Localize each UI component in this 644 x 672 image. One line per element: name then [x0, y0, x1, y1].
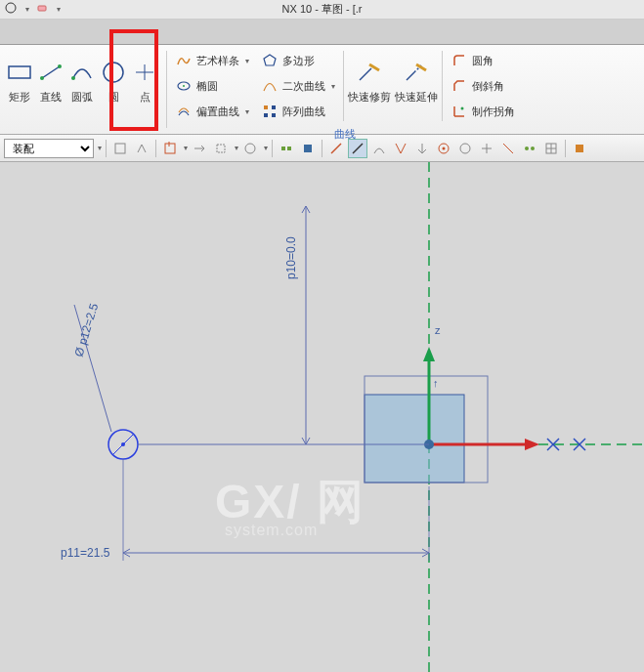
sketch-svg: z ↑ p10=0.0 Ø p12=2.5 — [0, 162, 644, 672]
polygon-icon — [261, 52, 279, 69]
watermark-sub: system.com — [225, 522, 318, 539]
quick-trim-tool[interactable]: 快速修剪 — [346, 55, 393, 127]
eraser-icon[interactable] — [35, 1, 49, 18]
dim-p10: p10=0.0 — [284, 236, 298, 279]
ribbon-group-label: 曲线 — [169, 127, 521, 142]
svg-point-4 — [40, 76, 44, 80]
svg-point-6 — [71, 76, 75, 80]
svg-text:↑: ↑ — [433, 377, 439, 389]
dropdown-arrow-icon[interactable]: ▾ — [57, 5, 61, 14]
svg-rect-30 — [304, 145, 312, 152]
svg-rect-16 — [272, 113, 276, 117]
tb-btn-18[interactable] — [541, 139, 561, 158]
arc-tool[interactable]: 圆弧 — [66, 55, 98, 105]
fillet-icon — [451, 52, 468, 69]
svg-rect-15 — [264, 113, 268, 117]
dropdown-arrow-icon: ▾ — [98, 144, 102, 152]
svg-line-3 — [42, 66, 60, 78]
sketch-canvas[interactable]: GX/ 网 system.com z ↑ p10=0.0 — [0, 162, 644, 672]
offset-icon — [175, 103, 193, 120]
svg-line-38 — [503, 144, 513, 153]
svg-rect-1 — [38, 6, 46, 11]
corner-icon — [451, 103, 468, 120]
separator — [442, 51, 443, 121]
spline-tool[interactable]: 艺术样条 ▾ — [175, 49, 249, 72]
line-icon — [37, 59, 64, 86]
svg-point-0 — [6, 3, 16, 13]
svg-rect-14 — [272, 105, 276, 109]
dim-p11: p11=21.5 — [61, 546, 110, 560]
svg-rect-24 — [165, 144, 175, 153]
fillet-tool[interactable]: 圆角 — [451, 49, 515, 72]
dropdown-arrow-icon[interactable]: ▾ — [264, 144, 268, 152]
small-tools-mid: 多边形 二次曲线 ▾ 阵列曲线 — [255, 45, 341, 127]
svg-point-35 — [460, 144, 470, 153]
window-title: NX 10 - 草图 - [.r — [282, 2, 363, 17]
svg-point-40 — [531, 147, 535, 150]
svg-marker-45 — [525, 439, 539, 450]
svg-rect-13 — [264, 105, 268, 109]
dropdown-arrow-icon[interactable]: ▾ — [25, 5, 29, 14]
make-corner-tool[interactable]: 制作拐角 — [451, 100, 515, 123]
pattern-curve-tool[interactable]: 阵列曲线 — [261, 100, 335, 123]
small-tools-corner: 圆角 倒斜角 制作拐角 — [445, 45, 521, 127]
conic-icon — [261, 77, 279, 95]
svg-rect-23 — [115, 144, 125, 153]
dropdown-arrow-icon: ▾ — [331, 82, 335, 91]
svg-text:z: z — [435, 324, 441, 336]
svg-rect-2 — [9, 66, 30, 78]
highlight-rect — [109, 29, 158, 131]
svg-rect-44 — [576, 145, 583, 152]
trim-icon — [356, 59, 383, 86]
svg-marker-12 — [264, 55, 276, 65]
tb-btn-19[interactable] — [570, 139, 589, 158]
arc-icon — [68, 59, 96, 86]
dropdown-arrow-icon[interactable]: ▾ — [184, 144, 188, 152]
svg-rect-28 — [281, 147, 285, 150]
assembly-dropdown[interactable]: 装配 — [4, 139, 94, 158]
sketch-rectangle — [365, 395, 464, 483]
tb-btn-17[interactable] — [520, 139, 539, 158]
chamfer-tool[interactable]: 倒斜角 — [451, 74, 515, 98]
chamfer-icon — [451, 77, 468, 95]
svg-point-39 — [525, 147, 529, 150]
svg-rect-26 — [217, 145, 225, 152]
tb-btn-2[interactable] — [132, 139, 151, 158]
svg-point-34 — [443, 147, 446, 149]
ribbon: 矩形 直线 圆弧 圆 点 艺术样条 ▾ — [0, 45, 644, 135]
tb-btn-1[interactable] — [110, 139, 130, 158]
svg-point-11 — [183, 85, 185, 87]
separator — [343, 51, 344, 121]
separator — [166, 51, 167, 128]
pattern-icon — [261, 103, 279, 120]
small-tools-left: 艺术样条 ▾ 椭圆 偏置曲线 ▾ — [169, 45, 255, 127]
dropdown-arrow-icon: ▾ — [245, 107, 249, 116]
svg-marker-46 — [423, 347, 435, 361]
circle-icon[interactable] — [4, 1, 18, 18]
svg-rect-29 — [287, 147, 291, 150]
ellipse-tool[interactable]: 椭圆 — [175, 74, 249, 98]
svg-line-17 — [360, 68, 371, 80]
svg-line-18 — [407, 72, 414, 80]
polygon-tool[interactable]: 多边形 — [261, 49, 335, 72]
ellipse-icon — [175, 77, 193, 95]
svg-point-5 — [58, 64, 62, 68]
quick-extend-tool[interactable]: 快速延伸 — [393, 55, 440, 127]
offset-curve-tool[interactable]: 偏置曲线 ▾ — [175, 100, 249, 123]
svg-line-54 — [113, 435, 133, 454]
rectangle-tool[interactable]: 矩形 — [4, 55, 35, 105]
svg-point-22 — [461, 107, 464, 110]
conic-tool[interactable]: 二次曲线 ▾ — [261, 74, 335, 98]
line-tool[interactable]: 直线 — [35, 55, 66, 105]
svg-line-31 — [331, 144, 341, 153]
dropdown-arrow-icon[interactable]: ▾ — [235, 144, 238, 152]
svg-line-32 — [353, 144, 363, 153]
dropdown-arrow-icon: ▾ — [245, 57, 249, 65]
extend-icon — [403, 59, 430, 86]
title-bar: ▾ ▾ NX 10 - 草图 - [.r — [0, 0, 644, 20]
svg-point-27 — [245, 144, 255, 153]
tab-area — [0, 20, 644, 45]
rectangle-icon — [6, 59, 33, 86]
spline-icon — [175, 52, 193, 69]
